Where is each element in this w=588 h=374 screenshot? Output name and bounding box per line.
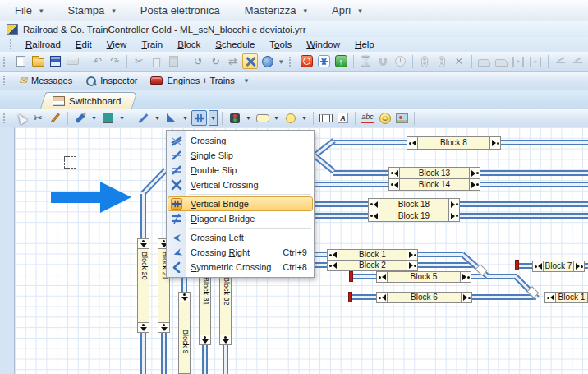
block-19[interactable]: Block 19 <box>368 210 460 222</box>
toolbar-grip[interactable] <box>10 39 13 49</box>
block-tool[interactable] <box>255 110 270 126</box>
menu-edit[interactable]: Edit <box>68 39 99 50</box>
menu-help[interactable]: Help <box>347 39 382 50</box>
block-exit-button[interactable] <box>528 53 544 69</box>
flip-button[interactable]: ⇄ <box>225 53 241 69</box>
remove-train-button[interactable] <box>476 53 492 69</box>
menu-item-crossing[interactable]: Crossing <box>167 133 314 148</box>
outer-menu-file[interactable]: File▾ <box>15 4 43 16</box>
pencil-tool[interactable] <box>48 110 63 126</box>
track-segment[interactable] <box>353 274 376 279</box>
track-segment[interactable] <box>480 170 588 176</box>
toolbar-overflow-button[interactable]: ▾ <box>242 76 251 85</box>
assign-train-button[interactable] <box>494 53 509 69</box>
turnout-tool-dropdown[interactable]: ▾ <box>181 110 190 126</box>
engines-trains-button[interactable]: Engines + Trains <box>145 74 240 87</box>
menu-window[interactable]: Window <box>299 39 347 50</box>
signal-green-button[interactable] <box>434 53 450 69</box>
messages-button[interactable]: ✉Messages <box>13 73 78 88</box>
help-globe-button[interactable] <box>260 53 275 69</box>
line-tool-dropdown[interactable]: ▾ <box>153 110 162 126</box>
emergency-stop-button[interactable] <box>299 53 315 69</box>
toolbar-grip[interactable] <box>3 76 7 85</box>
track-segment-vertical[interactable] <box>140 194 146 238</box>
track-segment[interactable] <box>519 263 532 269</box>
title-bar[interactable]: Railroad & Co. TrainController Gold - ML… <box>0 21 588 37</box>
toolbar-grip[interactable] <box>289 57 292 67</box>
track-segment[interactable] <box>501 140 588 145</box>
block-8[interactable]: Block 8 <box>407 136 501 150</box>
block-9[interactable]: Block 9 <box>178 292 191 374</box>
rotate-right-button[interactable]: ↻ <box>208 53 223 69</box>
toolbar-overflow-button[interactable]: ▾ <box>277 58 286 66</box>
menu-item-crossing-left[interactable]: Crossing Left <box>167 230 314 245</box>
magnet-button[interactable] <box>375 53 391 69</box>
crossing-tool[interactable] <box>191 110 207 126</box>
copy-button[interactable] <box>149 53 164 69</box>
track-segment[interactable] <box>315 201 368 207</box>
paste-button[interactable] <box>166 53 181 69</box>
menu-item-symmetric-crossing[interactable]: Symmetric Crossing Ctrl+8 <box>167 260 314 275</box>
line-tool[interactable] <box>136 110 151 126</box>
block-5[interactable]: Block 5 <box>376 271 471 283</box>
menu-item-vertical-bridge[interactable]: Vertical Bridge <box>167 196 314 211</box>
menu-item-single-slip[interactable]: Single Slip <box>167 148 314 163</box>
symbol-tool[interactable]: ☺ <box>377 110 393 126</box>
color-dropdown[interactable]: ▾ <box>117 110 126 126</box>
menu-item-double-slip[interactable]: Double Slip <box>167 163 314 178</box>
track-segment-vertical[interactable] <box>202 345 208 374</box>
menu-item-vertical-crossing[interactable]: Vertical Crossing <box>167 178 314 192</box>
track-segment-vertical[interactable] <box>223 345 228 374</box>
block-6[interactable]: Block 6 <box>376 292 472 303</box>
options-button[interactable] <box>242 53 258 69</box>
freeze-button[interactable] <box>316 53 332 69</box>
menu-tools[interactable]: Tools <box>262 39 299 50</box>
toolbar-grip[interactable] <box>3 57 7 67</box>
select-tool[interactable] <box>13 110 29 126</box>
tab-switchboard[interactable]: Switchboard <box>43 92 135 109</box>
signal-tool-dropdown[interactable]: ▾ <box>244 110 253 126</box>
color-swatch-button[interactable] <box>100 110 116 126</box>
block-32[interactable]: Block 32 <box>219 274 232 345</box>
track-segment[interactable] <box>333 170 388 176</box>
track-segment[interactable] <box>418 252 463 257</box>
track-segment-vertical[interactable] <box>161 333 167 374</box>
label-tool[interactable] <box>360 110 375 126</box>
signal-red-button[interactable] <box>417 53 433 69</box>
track-segment[interactable] <box>352 294 376 300</box>
track-segment[interactable] <box>315 213 368 219</box>
crossing-tool-dropdown[interactable]: ▾ <box>209 110 218 126</box>
switchboard-canvas[interactable]: Block 8 Block 13 Block 14 Block 18 Block… <box>0 127 588 374</box>
paint-tool[interactable] <box>72 110 88 126</box>
block-truncated[interactable]: Block 1 <box>544 292 588 303</box>
turnout-tool[interactable] <box>163 110 179 126</box>
block-editor-button[interactable] <box>318 110 333 126</box>
menu-railroad[interactable]: Railroad <box>18 39 68 50</box>
track-segment[interactable] <box>315 182 388 187</box>
menu-train[interactable]: Train <box>134 39 170 50</box>
signal-tool[interactable] <box>227 110 242 126</box>
track-segment[interactable] <box>460 213 588 219</box>
track-segment[interactable] <box>585 263 588 269</box>
menu-block[interactable]: Block <box>170 39 208 50</box>
track-segment-vertical[interactable] <box>140 333 146 374</box>
menu-item-diagonal-bridge[interactable]: Diagonal Bridge <box>167 211 314 226</box>
menu-view[interactable]: View <box>99 39 135 50</box>
outer-menu-posta[interactable]: Posta elettronica <box>140 4 220 16</box>
delay-button[interactable]: ⌛ <box>358 53 374 69</box>
cut-button[interactable]: ✂ <box>131 53 147 69</box>
save-button[interactable] <box>48 53 63 69</box>
track-segment[interactable] <box>460 201 588 207</box>
cut-region-tool[interactable]: ✂ <box>30 110 46 126</box>
menu-item-crossing-right[interactable]: Crossing Right Ctrl+9 <box>167 245 314 260</box>
block-18[interactable]: Block 18 <box>368 198 460 210</box>
redo-button[interactable]: ↷ <box>107 53 122 69</box>
outer-menu-apri[interactable]: Apri▾ <box>332 4 362 16</box>
inspector-button[interactable]: Inspector <box>80 74 143 88</box>
stop-marker[interactable] <box>515 260 519 270</box>
block-20[interactable]: Block 20 <box>137 238 149 333</box>
outer-menu-masterizza[interactable]: Masterizza▾ <box>245 4 307 16</box>
open-button[interactable] <box>30 53 46 69</box>
paint-tool-dropdown[interactable]: ▾ <box>90 110 99 126</box>
track-segment[interactable] <box>315 252 327 257</box>
